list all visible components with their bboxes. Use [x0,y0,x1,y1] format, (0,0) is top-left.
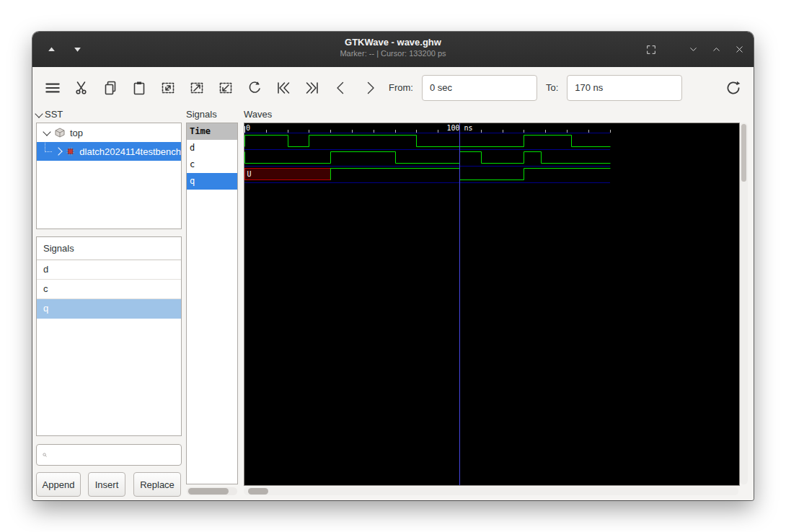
sst-label-text: SST [45,108,63,121]
to-input[interactable] [567,75,682,101]
sst-collapse-icon[interactable] [35,110,43,118]
tree-row-top[interactable]: top [37,123,181,142]
close-button[interactable] [730,41,748,58]
caret-up-icon [46,44,57,55]
zoom-fit-icon [159,79,177,97]
signal-list-item-q[interactable]: q [37,299,181,319]
reload-button[interactable] [723,78,743,98]
fit-frame-button[interactable] [643,41,660,58]
titlebar-right-controls [643,41,754,58]
desktop: GTKWave - wave.ghw Marker: -- | Cursor: … [0,0,786,532]
shade-down-button[interactable] [684,41,702,58]
waves-label-text: Waves [244,108,272,121]
expander-right-icon[interactable] [54,147,62,155]
insert-button[interactable]: Insert [88,472,125,497]
waves-vscrollbar-thumb[interactable] [741,124,746,182]
zoom-in-icon [188,79,206,97]
zoom-out-button[interactable] [216,78,236,98]
waveform-svg: 0100 nsU [244,123,739,485]
wave-row-d[interactable] [245,136,611,147]
wave-canvas[interactable]: 0100 nsU [244,123,740,486]
signal-name-row-c[interactable]: c [187,156,237,173]
zoom-out-icon [217,79,234,97]
reload-icon [724,79,743,97]
zoom-undo-button[interactable] [244,78,265,98]
copy-icon [102,79,119,97]
module-cube-icon [55,128,65,138]
signal-names-hscrollbar-thumb[interactable] [188,488,229,495]
timeline-tick-label: 0 [246,124,250,132]
undo-arrow-icon [246,79,263,97]
signal-list-item-c[interactable]: c [37,280,181,299]
from-input[interactable] [422,75,537,101]
titlebar-down-button[interactable] [69,41,86,58]
tree-item-label: dlatch2024114testbench [79,146,181,157]
chevron-down-icon [688,44,699,55]
signal-list-header: Signals [37,237,181,260]
hamburger-menu-icon [43,79,62,97]
to-label: To: [546,82,558,93]
from-label: From: [389,82,413,93]
waves-hscrollbar[interactable] [244,487,738,495]
signal-name-row-q[interactable]: q [187,173,237,190]
expander-down-icon[interactable] [43,128,50,136]
undefined-value-label: U [247,170,252,178]
zoom-fit-button[interactable] [158,78,178,98]
clipboard-paste-icon [131,79,148,97]
caret-down-icon [72,44,83,55]
titlebar-left-controls [32,41,86,58]
gtkwave-window: GTKWave - wave.ghw Marker: -- | Cursor: … [32,32,754,500]
search-icon [43,450,47,460]
main-toolbar: From: To: [32,67,754,108]
scissors-icon [73,79,90,97]
tree-item-label: top [70,128,83,138]
undefined-value-region [245,169,331,180]
shift-left-button[interactable] [331,78,351,98]
titlebar[interactable]: GTKWave - wave.ghw Marker: -- | Cursor: … [32,32,754,67]
skip-to-start-icon [275,79,292,97]
signals-label-text: Signals [186,108,217,121]
waves-hscrollbar-thumb[interactable] [248,488,268,495]
chevron-left-icon [332,79,350,97]
frame-corners-icon [645,44,657,56]
time-header-cell[interactable]: Time [187,123,237,140]
chip-icon [66,146,74,156]
signal-filter-input[interactable] [51,444,181,466]
signal-list-item-d[interactable]: d [37,260,181,280]
cut-button[interactable] [71,78,92,98]
signal-search-list: Signals d c q [36,236,182,436]
append-button[interactable]: Append [36,472,81,497]
chevron-right-icon [361,79,379,97]
replace-button[interactable]: Replace [133,472,181,497]
chevron-up-icon [711,44,722,55]
signal-names-column: Time d c q [186,123,238,484]
titlebar-up-button[interactable] [43,41,60,58]
signal-name-row-d[interactable]: d [187,140,237,156]
wave-trace-d [245,136,611,147]
menu-button[interactable] [43,78,63,98]
go-to-start-button[interactable] [273,78,293,98]
signals-panel-label: Signals [186,108,217,121]
skip-to-end-icon [304,79,321,97]
main-content: SST top dlatch2024114testbench Signals [32,108,754,500]
zoom-in-button[interactable] [187,78,207,98]
go-to-end-button[interactable] [302,78,322,98]
wave-row-c[interactable] [245,152,611,164]
shift-right-button[interactable] [360,78,380,98]
sst-tree[interactable]: top dlatch2024114testbench [36,123,182,229]
tree-guide-line [45,142,52,152]
wave-row-q[interactable]: U [245,169,611,180]
copy-button[interactable] [100,78,120,98]
signal-names-hscrollbar[interactable] [187,487,237,495]
shade-up-button[interactable] [707,41,725,58]
waves-vscrollbar[interactable] [740,123,748,484]
paste-button[interactable] [129,78,149,98]
wave-trace-c [245,152,611,164]
waves-panel-label: Waves [244,108,272,121]
wave-trace-q [331,169,611,180]
close-icon [734,44,745,55]
signal-filter-box [36,444,182,466]
sst-panel-label: SST [36,108,63,121]
tree-row-dlatch-testbench[interactable]: dlatch2024114testbench [37,142,181,161]
